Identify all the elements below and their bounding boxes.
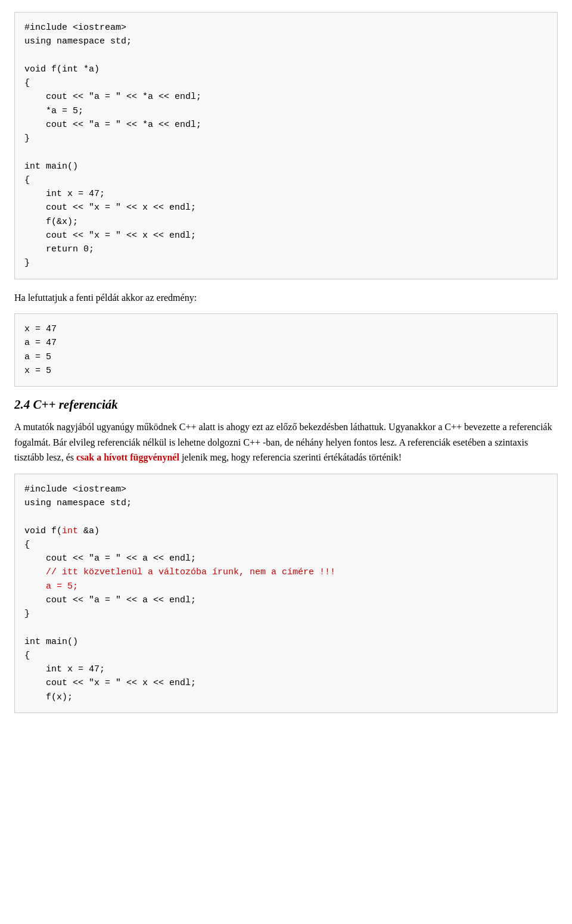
- code-comment-red: // itt közvetlenül a változóba írunk, ne…: [46, 567, 335, 577]
- code-highlight-red: int: [62, 526, 78, 536]
- output-line: x = 47 a = 47 a = 5 x = 5: [24, 324, 57, 376]
- emphasis-text: csak a hívott függvénynél: [76, 452, 179, 462]
- prose-1: Ha lefuttatjuk a fenti példát akkor az e…: [14, 290, 558, 306]
- code-line: #include <iostream> using namespace std;…: [24, 23, 201, 268]
- code-block-1: #include <iostream> using namespace std;…: [14, 12, 558, 279]
- prose-2: A mutatók nagyjából ugyanúgy működnek C+…: [14, 419, 558, 465]
- code-block-2: #include <iostream> using namespace std;…: [14, 474, 558, 713]
- code-assign-red: a = 5;: [46, 581, 78, 592]
- output-block: x = 47 a = 47 a = 5 x = 5: [14, 313, 558, 387]
- section-heading: 2.4 C++ referenciák: [14, 397, 558, 412]
